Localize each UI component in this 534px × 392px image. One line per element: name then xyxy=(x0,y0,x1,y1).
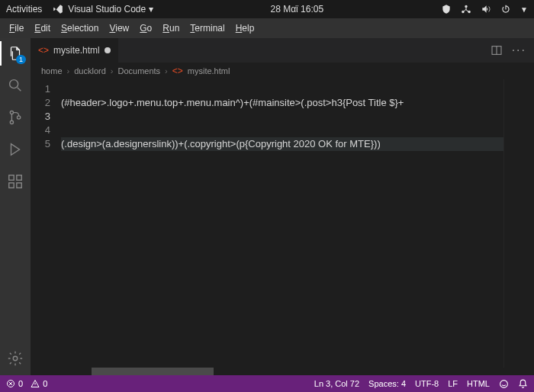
more-actions-icon[interactable]: ··· xyxy=(512,43,526,57)
menu-view[interactable]: View xyxy=(105,21,134,36)
bell-icon[interactable] xyxy=(518,379,528,389)
app-indicator[interactable]: Visual Studio Code ▾ xyxy=(53,4,153,14)
tab-label: mysite.html xyxy=(53,45,100,56)
svg-point-8 xyxy=(13,356,18,361)
settings-gear-icon[interactable] xyxy=(6,349,24,368)
activities-button[interactable]: Activities xyxy=(6,4,42,14)
svg-point-0 xyxy=(10,80,18,88)
shield-icon[interactable] xyxy=(441,4,452,14)
unsaved-dot-icon xyxy=(105,47,111,53)
svg-rect-7 xyxy=(17,175,21,180)
code-line: (#header>.logo+.menu.top+.menu.main^)+(#… xyxy=(61,96,534,110)
menu-go[interactable]: Go xyxy=(135,21,156,36)
clock[interactable]: 28 Μαϊ 16:05 xyxy=(153,4,442,14)
explorer-icon[interactable]: 1 xyxy=(6,44,24,63)
feedback-icon[interactable] xyxy=(499,379,509,389)
extensions-icon[interactable] xyxy=(6,172,24,191)
menu-bar: File Edit Selection View Go Run Terminal… xyxy=(0,18,534,38)
minimap[interactable] xyxy=(503,79,534,368)
status-spaces[interactable]: Spaces: 4 xyxy=(368,379,406,388)
error-icon xyxy=(6,379,15,388)
app-name: Visual Studio Code ▾ xyxy=(68,4,153,14)
status-warnings[interactable]: 0 xyxy=(31,379,47,388)
split-editor-icon[interactable] xyxy=(491,44,503,56)
tab-mysite[interactable]: <> mysite.html xyxy=(31,38,119,63)
status-language[interactable]: HTML xyxy=(467,379,490,388)
chevron-right-icon: › xyxy=(111,66,114,76)
search-icon[interactable] xyxy=(6,76,24,95)
status-lncol[interactable]: Ln 3, Col 72 xyxy=(314,379,359,388)
svg-point-11 xyxy=(500,380,508,387)
gnome-topbar: Activities Visual Studio Code ▾ 28 Μαϊ 1… xyxy=(0,0,534,18)
network-icon[interactable] xyxy=(461,4,471,14)
status-bar: 0 0 Ln 3, Col 72 Spaces: 4 UTF-8 LF HTML xyxy=(0,375,534,392)
chevron-right-icon: › xyxy=(165,66,168,76)
code-content[interactable]: (#header>.logo+.menu.top+.menu.main^)+(#… xyxy=(61,79,534,368)
line-gutter: 12345 xyxy=(31,79,61,368)
breadcrumb-seg[interactable]: home xyxy=(41,66,63,76)
activity-bar: 1 xyxy=(0,38,31,375)
svg-point-3 xyxy=(17,116,20,119)
svg-rect-6 xyxy=(17,183,21,188)
run-debug-icon[interactable] xyxy=(6,140,24,159)
volume-icon[interactable] xyxy=(481,4,491,14)
status-eol[interactable]: LF xyxy=(448,379,458,388)
html-file-icon: <> xyxy=(38,45,49,56)
menu-selection[interactable]: Selection xyxy=(56,21,103,36)
status-errors[interactable]: 0 xyxy=(6,379,23,388)
horizontal-scrollbar[interactable] xyxy=(31,368,534,375)
explorer-badge: 1 xyxy=(16,55,26,64)
source-control-icon[interactable] xyxy=(6,108,24,127)
scrollbar-thumb[interactable] xyxy=(92,368,214,375)
menu-terminal[interactable]: Terminal xyxy=(185,21,229,36)
svg-point-2 xyxy=(10,120,13,124)
chevron-down-icon[interactable]: ▼ xyxy=(520,5,528,14)
breadcrumbs[interactable]: home › ducklord › Documents › <> mysite.… xyxy=(31,63,534,79)
svg-rect-4 xyxy=(9,175,14,180)
code-line: (.design>(a.designerslink))+(.copyright>… xyxy=(61,137,534,151)
svg-rect-5 xyxy=(9,183,14,188)
breadcrumb-seg[interactable]: ducklord xyxy=(74,66,106,76)
menu-file[interactable]: File xyxy=(5,21,28,36)
menu-run[interactable]: Run xyxy=(158,21,184,36)
code-editor[interactable]: 12345 (#header>.logo+.menu.top+.menu.mai… xyxy=(31,79,534,368)
svg-point-1 xyxy=(10,111,13,114)
editor-area: <> mysite.html ··· home › ducklord › Doc… xyxy=(31,38,534,375)
vscode-icon xyxy=(53,4,63,14)
tab-bar: <> mysite.html ··· xyxy=(31,38,534,63)
menu-help[interactable]: Help xyxy=(231,21,259,36)
status-encoding[interactable]: UTF-8 xyxy=(415,379,439,388)
menu-edit[interactable]: Edit xyxy=(30,21,55,36)
power-icon[interactable] xyxy=(500,4,511,14)
warning-icon xyxy=(31,379,40,388)
html-file-icon: <> xyxy=(172,66,183,76)
breadcrumb-seg[interactable]: mysite.html xyxy=(188,66,230,76)
chevron-right-icon: › xyxy=(67,66,70,76)
breadcrumb-seg[interactable]: Documents xyxy=(117,66,160,76)
